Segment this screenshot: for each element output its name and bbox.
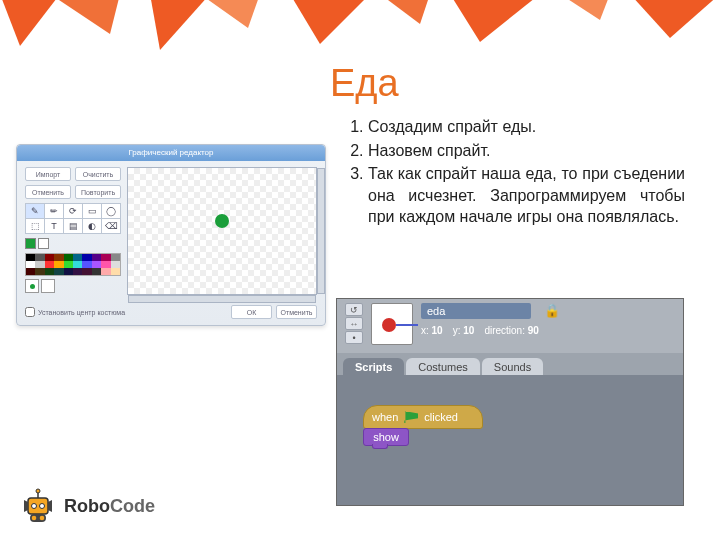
sprite-dot	[215, 214, 229, 228]
eraser-tool-icon[interactable]: ⌫	[102, 219, 120, 233]
paint-editor-title: Графический редактор	[17, 145, 325, 161]
clear-button[interactable]: Очистить	[75, 167, 121, 181]
redo-button[interactable]: Повторить	[75, 185, 121, 199]
svg-point-11	[40, 504, 45, 509]
svg-marker-2	[150, 0, 210, 50]
svg-marker-5	[380, 0, 430, 24]
script-area[interactable]: when clicked show	[337, 375, 683, 505]
zoom-thumb[interactable]	[41, 279, 55, 293]
tab-sounds[interactable]: Sounds	[482, 358, 543, 375]
instruction-item: Создадим спрайт еды.	[368, 116, 685, 138]
svg-marker-3	[200, 0, 260, 28]
paint-editor: Графический редактор Импорт Очистить Отм…	[16, 144, 326, 326]
sprite-info: ↺ ↔ • 🔒 x: 10 y: 10 direction: 90	[337, 299, 683, 353]
select-tool-icon[interactable]: ⬚	[26, 219, 44, 233]
svg-marker-4	[290, 0, 370, 44]
scratch-panel: ↺ ↔ • 🔒 x: 10 y: 10 direction: 90 Script…	[336, 298, 684, 506]
when-flag-clicked-block[interactable]: when clicked	[363, 405, 483, 429]
svg-marker-6	[450, 0, 540, 42]
ellipse-tool-icon[interactable]: ◯	[102, 204, 120, 218]
rect-tool-icon[interactable]: ▭	[83, 204, 101, 218]
cancel-button[interactable]: Отменить	[276, 305, 317, 319]
lock-icon[interactable]: 🔒	[544, 303, 560, 318]
svg-marker-0	[0, 0, 60, 46]
robot-icon	[20, 486, 56, 526]
bg-color-swatch[interactable]	[38, 238, 49, 249]
tool-grid: ✎ ✏ ⟳ ▭ ◯ ⬚ T ▤ ◐ ⌫	[25, 203, 121, 234]
eyedropper-tool-icon[interactable]: ◐	[83, 219, 101, 233]
svg-point-15	[32, 516, 37, 521]
logo-text: RoboCode	[64, 496, 155, 517]
y-value: 10	[463, 325, 474, 336]
svg-marker-1	[50, 0, 120, 34]
page-title: Еда	[330, 62, 399, 105]
scrollbar-v[interactable]	[317, 168, 325, 294]
flip-mode-icon[interactable]: ↔	[345, 317, 363, 330]
rotate-mode-icon[interactable]: ↺	[345, 303, 363, 316]
color-palette[interactable]	[25, 253, 121, 276]
tab-scripts[interactable]: Scripts	[343, 358, 404, 375]
svg-point-10	[32, 504, 37, 509]
paint-canvas[interactable]	[127, 167, 317, 295]
set-center-checkbox[interactable]: Установить центр костюма	[25, 307, 125, 317]
rotate-tool-icon[interactable]: ⟳	[64, 204, 82, 218]
show-block[interactable]: show	[363, 428, 409, 446]
scrollbar-h[interactable]	[128, 295, 316, 303]
instruction-item: Так как спрайт наша еда, то при съедении…	[368, 163, 685, 228]
no-rotate-icon[interactable]: •	[345, 331, 363, 344]
logo: RoboCode	[20, 486, 155, 526]
costume-thumb[interactable]	[25, 279, 39, 293]
instruction-item: Назовем спрайт.	[368, 140, 685, 162]
fg-color-swatch[interactable]	[25, 238, 36, 249]
text-tool-icon[interactable]: T	[45, 219, 63, 233]
svg-point-16	[40, 516, 45, 521]
x-value: 10	[432, 325, 443, 336]
svg-marker-8	[630, 0, 720, 38]
pencil-tool-icon[interactable]: ✏	[45, 204, 63, 218]
sprite-thumbnail[interactable]	[371, 303, 413, 345]
tab-costumes[interactable]: Costumes	[406, 358, 480, 375]
sprite-name-input[interactable]	[421, 303, 531, 319]
green-flag-icon	[404, 411, 418, 423]
brush-tool-icon[interactable]: ✎	[26, 204, 44, 218]
instructions: Создадим спрайт еды. Назовем спрайт. Так…	[340, 116, 685, 230]
import-button[interactable]: Импорт	[25, 167, 71, 181]
undo-button[interactable]: Отменить	[25, 185, 71, 199]
fill-tool-icon[interactable]: ▤	[64, 219, 82, 233]
svg-point-13	[36, 489, 40, 493]
svg-marker-7	[560, 0, 610, 20]
direction-value: 90	[528, 325, 539, 336]
tabs: Scripts Costumes Sounds	[337, 353, 683, 375]
ok-button[interactable]: ОК	[231, 305, 272, 319]
